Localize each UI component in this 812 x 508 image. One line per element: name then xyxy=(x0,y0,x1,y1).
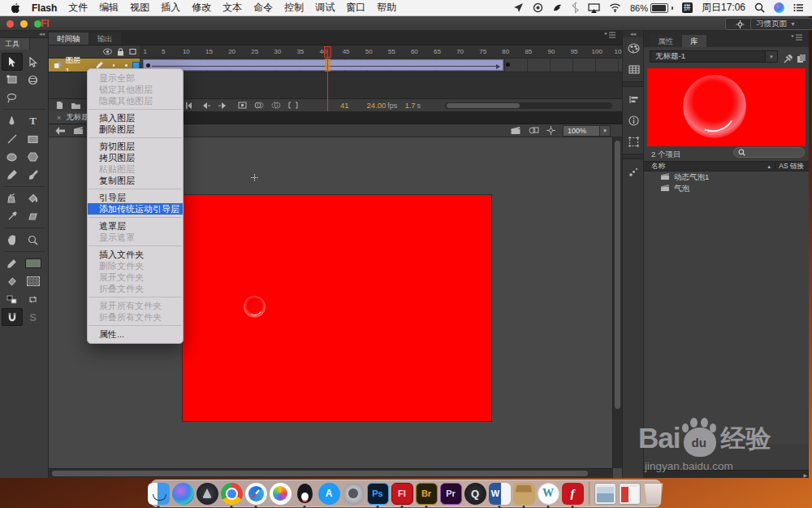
eraser-tool[interactable] xyxy=(23,207,44,225)
new-library-panel-icon[interactable] xyxy=(797,52,806,67)
notification-center-icon[interactable] xyxy=(793,3,804,12)
dock-icon-finder[interactable] xyxy=(148,483,170,505)
stage-horizontal-scrollbar[interactable] xyxy=(49,468,613,478)
ink-bottle-tool[interactable] xyxy=(2,189,23,207)
library-column-header[interactable]: 名称 ▲ AS 链接 xyxy=(644,161,809,172)
onion-skin-button[interactable] xyxy=(254,102,264,109)
new-layer-button[interactable] xyxy=(55,101,64,110)
pen-tool[interactable] xyxy=(2,112,23,130)
lock-column-icon[interactable] xyxy=(117,48,124,56)
dock-icon-quicktime[interactable]: Q xyxy=(464,483,486,505)
minimize-window-button[interactable] xyxy=(20,20,28,28)
line-tool[interactable] xyxy=(2,130,23,148)
swap-colors-button[interactable] xyxy=(23,290,44,308)
tab-output[interactable]: 输出 xyxy=(89,33,121,45)
paint-bucket-tool[interactable] xyxy=(23,189,44,207)
menubar-menu[interactable]: 编辑 xyxy=(99,1,119,15)
tween-span[interactable] xyxy=(143,59,503,71)
location-icon[interactable] xyxy=(513,2,524,13)
timeline-panel-menu-icon[interactable] xyxy=(604,28,615,42)
battery-icon[interactable] xyxy=(650,3,668,13)
context-menu-item[interactable]: 属性... xyxy=(88,328,183,340)
tools-panel-tab[interactable]: 工具 xyxy=(0,38,30,50)
info-panel-icon[interactable] xyxy=(623,110,645,131)
stage-vertical-scrollbar[interactable] xyxy=(612,137,622,468)
input-method-icon[interactable]: 拼 xyxy=(682,2,693,13)
context-menu-item[interactable]: 复制图层 xyxy=(88,175,183,186)
center-frame-button[interactable] xyxy=(238,102,247,109)
dock-icon-bridge[interactable]: Br xyxy=(416,483,438,505)
rectangle-tool[interactable] xyxy=(23,130,44,148)
hand-tool[interactable] xyxy=(2,231,23,249)
library-document-select[interactable]: 无标题-1▼ xyxy=(650,50,778,63)
dock-icon-unarchiver[interactable] xyxy=(513,483,535,505)
dock-icon-premiere[interactable]: Pr xyxy=(440,483,462,505)
color-panel-icon[interactable] xyxy=(623,37,645,59)
stage-canvas[interactable] xyxy=(183,195,491,421)
menubar-menu[interactable]: 文本 xyxy=(222,1,242,15)
tools-collapse-handle[interactable]: ◂◂ xyxy=(0,31,48,38)
menubar-menu[interactable]: 插入 xyxy=(161,1,180,15)
step-back-button[interactable] xyxy=(202,102,210,109)
dock-icon-chrome[interactable] xyxy=(221,483,243,505)
library-search-input[interactable] xyxy=(733,147,805,158)
tab-timeline[interactable]: 时间轴 xyxy=(49,33,89,45)
dock-icon-siri[interactable] xyxy=(172,483,194,505)
back-arrow-icon[interactable] xyxy=(55,124,65,138)
sort-ascending-icon[interactable]: ▲ xyxy=(767,164,771,169)
dock-icon-photoshop[interactable]: Ps xyxy=(367,483,389,505)
menubar-menu[interactable]: 文件 xyxy=(68,1,88,15)
linkage-column-label[interactable]: AS 链接 xyxy=(779,162,804,172)
fill-color-icon[interactable] xyxy=(2,272,23,290)
context-menu-item[interactable]: 删除图层 xyxy=(88,124,183,135)
apple-icon[interactable] xyxy=(10,2,20,14)
dock-icon-qq[interactable] xyxy=(294,483,316,505)
tab-library[interactable]: 库 xyxy=(682,35,706,47)
stroke-color-swatch[interactable] xyxy=(23,254,44,272)
timeline-horizontal-scrollbar[interactable] xyxy=(445,102,612,109)
zoom-tool[interactable] xyxy=(23,231,44,249)
layer-frames[interactable] xyxy=(140,59,622,72)
dock-icon-trash[interactable] xyxy=(643,483,665,505)
transform-panel-icon[interactable] xyxy=(623,131,645,152)
layer-lock-dot[interactable] xyxy=(125,64,127,67)
context-menu-item[interactable]: 剪切图层 xyxy=(88,141,183,152)
dock-icon-wunderlist[interactable]: W xyxy=(538,483,559,505)
context-menu-item[interactable]: 插入文件夹 xyxy=(88,249,183,260)
menubar-menu[interactable]: 命令 xyxy=(253,1,273,15)
goto-first-frame-button[interactable] xyxy=(185,102,192,109)
swatches-panel-icon[interactable] xyxy=(623,59,645,80)
black-white-swatch-button[interactable] xyxy=(2,290,23,308)
library-item-row[interactable]: 动态气泡1 xyxy=(644,172,809,183)
siri-icon[interactable] xyxy=(774,2,784,13)
step-forward-button[interactable] xyxy=(218,102,227,109)
smooth-option[interactable]: S xyxy=(23,308,44,326)
menubar-menu[interactable]: 视图 xyxy=(130,1,149,15)
motion-presets-panel-icon[interactable] xyxy=(623,161,645,182)
dock-icon-safari[interactable] xyxy=(245,483,267,505)
dock-icon-flash[interactable]: Fl xyxy=(391,483,413,505)
oval-tool[interactable] xyxy=(2,148,23,166)
context-menu-item[interactable]: 插入图层 xyxy=(88,112,183,124)
edit-scene-button[interactable] xyxy=(510,124,521,138)
fill-color-swatch[interactable] xyxy=(23,272,44,290)
pencil-tool[interactable] xyxy=(2,166,23,184)
workspace-switcher-button[interactable]: 习惯页面▼ xyxy=(750,18,812,30)
swirl-icon[interactable] xyxy=(533,2,543,13)
align-panel-icon[interactable] xyxy=(623,89,645,110)
polystar-tool[interactable] xyxy=(23,148,44,166)
center-stage-button[interactable] xyxy=(546,124,555,138)
lasso-tool[interactable] xyxy=(2,89,23,106)
menubar-menu[interactable]: 调试 xyxy=(315,1,335,15)
close-window-button[interactable] xyxy=(6,20,14,28)
scene-icon[interactable] xyxy=(73,124,84,138)
pin-library-icon[interactable] xyxy=(784,52,793,67)
outline-column-icon[interactable] xyxy=(129,48,136,55)
bluetooth-icon[interactable] xyxy=(572,2,579,13)
edit-multiple-frames-button[interactable] xyxy=(288,102,298,109)
airplay-icon[interactable] xyxy=(588,3,600,13)
library-panel-menu-icon[interactable] xyxy=(791,30,802,45)
library-item-name[interactable]: 动态气泡1 xyxy=(674,172,709,183)
eyedropper-tool[interactable] xyxy=(2,207,23,225)
stroke-color-icon[interactable] xyxy=(2,254,23,272)
